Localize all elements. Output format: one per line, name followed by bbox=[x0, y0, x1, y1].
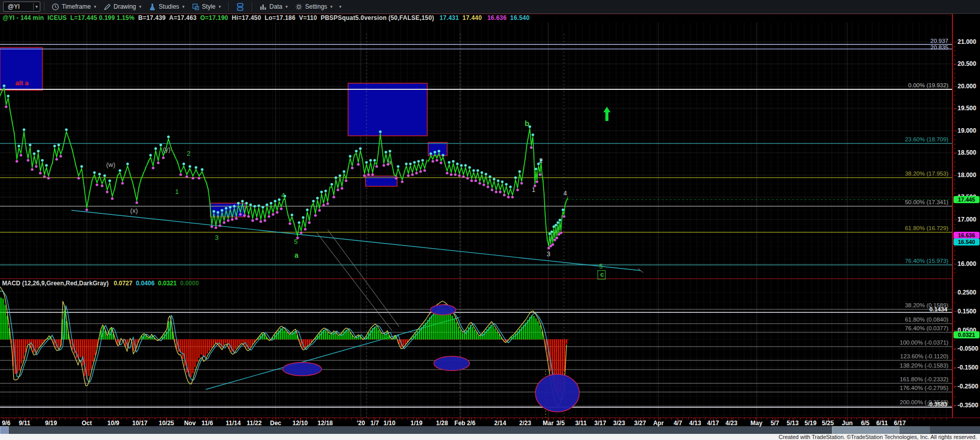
squat-dot-low bbox=[462, 175, 464, 178]
price-badge: 16.540 bbox=[953, 238, 979, 246]
menu-settings[interactable]: Settings▾ bbox=[291, 1, 336, 13]
macd-histogram-bar bbox=[327, 332, 329, 339]
squat-dot-low bbox=[482, 183, 485, 186]
macd-histogram-bar bbox=[325, 330, 327, 339]
squat-dot-low bbox=[551, 243, 554, 246]
macd-histogram-bar bbox=[194, 339, 196, 367]
macd-histogram-bar bbox=[199, 339, 200, 358]
squat-dot-low bbox=[516, 188, 519, 191]
squat-dot-low bbox=[538, 173, 541, 176]
date-label: 2/6 bbox=[467, 420, 476, 427]
date-minor-tick bbox=[430, 418, 430, 420]
menu-style[interactable]: Style▾ bbox=[188, 1, 225, 13]
symbol-combobox[interactable]: @YI ▾ bbox=[3, 2, 40, 12]
price-minor-tick bbox=[954, 104, 955, 105]
squat-dot-low bbox=[19, 154, 22, 156]
squat-dot-high bbox=[33, 152, 35, 155]
price-badge: 16.636 bbox=[953, 232, 979, 239]
squat-dot-low bbox=[198, 177, 200, 179]
menu-studies[interactable]: Studies▾ bbox=[145, 1, 188, 13]
axis-tick bbox=[954, 368, 957, 368]
squat-dot-high bbox=[182, 162, 185, 165]
annotation-ellipse bbox=[434, 356, 470, 371]
squat-dot-high bbox=[312, 200, 314, 202]
price-minor-tick bbox=[954, 246, 955, 247]
squat-dot-low bbox=[553, 238, 556, 241]
date-label: 3/23 bbox=[613, 420, 625, 427]
squat-dot-high bbox=[93, 171, 95, 174]
squat-dot-low bbox=[499, 190, 501, 193]
macd-histogram-bar bbox=[370, 330, 372, 339]
macd-histogram-bar bbox=[564, 339, 566, 372]
fib-level-label: 123.60% (-0.1120) bbox=[900, 353, 949, 359]
squat-dot-low bbox=[239, 213, 241, 215]
date-minor-tick bbox=[935, 418, 936, 420]
macd-histogram-bar bbox=[450, 313, 451, 339]
tradestation-window: @YI ▾ Timeframe▾Drawing▾Studies▾Style▾ D… bbox=[0, 0, 980, 440]
macd-histogram-bar bbox=[341, 333, 343, 339]
squat-dot-high bbox=[342, 170, 345, 173]
price-minor-tick bbox=[954, 73, 955, 74]
squat-dot-high bbox=[154, 147, 157, 150]
macd-histogram-bar bbox=[335, 333, 337, 339]
menu-timeframe[interactable]: Timeframe▾ bbox=[48, 1, 100, 13]
squat-dot-high bbox=[261, 206, 264, 208]
squat-dot-high bbox=[216, 211, 219, 213]
axis-tick-label: -0.0500 bbox=[958, 345, 978, 352]
layers-icon[interactable] bbox=[232, 1, 248, 13]
price-axis[interactable]: 21.00020.50020.00019.50019.00018.50018.0… bbox=[952, 13, 980, 418]
chart-canvas[interactable]: 20.93720.8350.00% (19.932)23.60% (18.709… bbox=[0, 13, 952, 418]
axis-tick-label: 20.000 bbox=[958, 83, 976, 90]
macd-histogram-bar bbox=[480, 335, 482, 339]
squat-dot-high bbox=[334, 176, 337, 179]
horizontal-scrollbar[interactable] bbox=[0, 426, 980, 434]
squat-dot-high bbox=[324, 189, 327, 192]
date-label: Feb bbox=[454, 420, 465, 427]
squat-dot-high bbox=[245, 202, 248, 204]
squat-dot-low bbox=[559, 231, 562, 234]
squat-dot-high bbox=[476, 169, 479, 172]
chart-svg[interactable]: 20.93720.8350.00% (19.932)23.60% (18.709… bbox=[0, 13, 952, 418]
squat-dot-low bbox=[162, 156, 164, 159]
macd-histogram-bar bbox=[250, 339, 251, 348]
squat-dot-low bbox=[507, 195, 509, 198]
macd-histogram-bar bbox=[201, 339, 202, 355]
date-minor-tick bbox=[42, 418, 43, 420]
squat-dot-high bbox=[212, 210, 215, 212]
axis-tick bbox=[954, 219, 957, 220]
menu-drawing[interactable]: Drawing▾ bbox=[100, 1, 145, 13]
macd-histogram-bar bbox=[462, 333, 463, 339]
squat-dot-low bbox=[555, 236, 558, 239]
squat-dot-low bbox=[121, 182, 124, 184]
price-minor-tick bbox=[954, 78, 955, 78]
date-label: 1/10 bbox=[383, 420, 395, 427]
squat-dot-high bbox=[493, 178, 495, 180]
scrollbar-left-button[interactable] bbox=[0, 426, 9, 434]
date-axis[interactable]: 9/69/119/19Oct10/910/1710/25Nov11/611/14… bbox=[0, 418, 980, 426]
axis-tick-label: 21.000 bbox=[958, 38, 976, 45]
macd-histogram-bar bbox=[197, 339, 198, 362]
squat-dot-low bbox=[547, 247, 550, 249]
date-minor-tick bbox=[492, 418, 492, 420]
macd-histogram-bar bbox=[233, 339, 235, 352]
menu-data[interactable]: Data▾ bbox=[256, 1, 291, 13]
squat-dot-high bbox=[274, 200, 276, 202]
squat-dot-low bbox=[308, 221, 310, 224]
squat-dot-high bbox=[22, 128, 25, 131]
elliott-target-box bbox=[348, 83, 427, 136]
date-label: 9/11 bbox=[19, 420, 31, 427]
quote-header-line: @YI - 144 min ICEUS L=17.445 0.199 1.15%… bbox=[3, 14, 530, 21]
macd-histogram-bar bbox=[264, 334, 265, 339]
macd-histogram-bar bbox=[537, 322, 539, 339]
squat-dot-high bbox=[108, 179, 111, 182]
scrollbar-thumb[interactable] bbox=[832, 426, 899, 434]
macd-histogram-bar bbox=[209, 339, 210, 351]
price-minor-tick bbox=[954, 157, 955, 158]
wave-label: 1 bbox=[532, 186, 535, 193]
macd-histogram-bar bbox=[94, 339, 96, 355]
squat-dot-high bbox=[188, 165, 191, 167]
price-minor-tick bbox=[954, 211, 955, 211]
chevron-down-icon[interactable]: ▾ bbox=[33, 3, 40, 10]
wedge-line bbox=[316, 232, 392, 331]
more-caret-icon[interactable]: ▾ bbox=[339, 4, 342, 9]
